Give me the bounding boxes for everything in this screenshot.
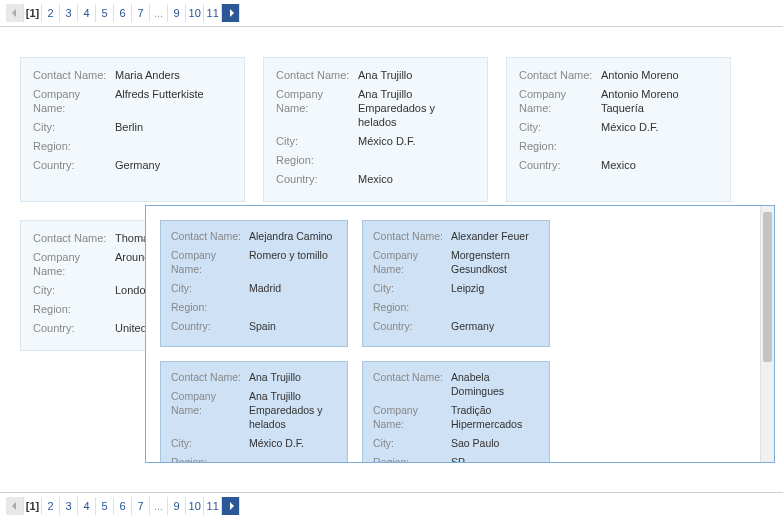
contact-card[interactable]: Contact Name:Ana TrujilloCompany Name:An… xyxy=(160,361,348,462)
contact-value: Maria Anders xyxy=(115,68,180,82)
pager-page-6[interactable]: 6 xyxy=(114,497,132,515)
contact-label: Contact Name: xyxy=(276,68,358,82)
region-value: SP xyxy=(451,455,465,462)
city-value: Leipzig xyxy=(451,281,484,295)
company-label: Company Name: xyxy=(373,403,451,431)
country-value: Germany xyxy=(115,158,160,172)
pager-prev xyxy=(6,4,24,22)
country-label: Country: xyxy=(373,319,451,333)
company-value: Antonio Moreno Taquería xyxy=(601,87,718,115)
pager-page-7[interactable]: 7 xyxy=(132,497,150,515)
pager-page-5[interactable]: 5 xyxy=(96,4,114,22)
company-value: Alfreds Futterkiste xyxy=(115,87,204,115)
contact-value: Antonio Moreno xyxy=(601,68,679,82)
city-label: City: xyxy=(33,283,115,297)
pager-page-11[interactable]: 11 xyxy=(204,4,222,22)
city-label: City: xyxy=(171,436,249,450)
pager-page-1: [1] xyxy=(24,497,42,515)
city-value: Madrid xyxy=(249,281,281,295)
pager-page-5[interactable]: 5 xyxy=(96,497,114,515)
company-label: Company Name: xyxy=(33,250,115,278)
region-label: Region: xyxy=(373,455,451,462)
pager-next-bottom[interactable] xyxy=(222,497,240,515)
city-label: City: xyxy=(373,436,451,450)
city-value: México D.F. xyxy=(601,120,658,134)
pager-top: [1]234567...91011 xyxy=(0,0,783,27)
pager-page-3[interactable]: 3 xyxy=(60,497,78,515)
city-value: México D.F. xyxy=(249,436,304,450)
region-label: Region: xyxy=(373,300,451,314)
region-label: Region: xyxy=(276,153,358,167)
company-label: Company Name: xyxy=(519,87,601,115)
contact-value: Anabela Domingues xyxy=(451,370,539,398)
country-label: Country: xyxy=(519,158,601,172)
country-value: Germany xyxy=(451,319,494,333)
pager-page-9[interactable]: 9 xyxy=(168,4,186,22)
overlay-scrollbar[interactable] xyxy=(760,206,774,462)
city-value: Berlin xyxy=(115,120,143,134)
company-label: Company Name: xyxy=(171,389,249,431)
region-label: Region: xyxy=(171,455,249,462)
contact-card[interactable]: Contact Name:Alejandra CaminoCompany Nam… xyxy=(160,220,348,347)
contact-label: Contact Name: xyxy=(519,68,601,82)
region-label: Region: xyxy=(33,302,115,316)
pager-page-10[interactable]: 10 xyxy=(186,497,204,515)
contact-card[interactable]: Contact Name:Anabela DominguesCompany Na… xyxy=(362,361,550,462)
pager-page-2[interactable]: 2 xyxy=(42,4,60,22)
region-label: Region: xyxy=(33,139,115,153)
pager-page-6[interactable]: 6 xyxy=(114,4,132,22)
overlay-panel: Contact Name:Alejandra CaminoCompany Nam… xyxy=(145,205,775,463)
city-label: City: xyxy=(373,281,451,295)
pager-page-7[interactable]: 7 xyxy=(132,4,150,22)
contact-label: Contact Name: xyxy=(171,370,249,384)
pager-page-2[interactable]: 2 xyxy=(42,497,60,515)
pager-page-10[interactable]: 10 xyxy=(186,4,204,22)
contact-card[interactable]: Contact Name:Alexander FeuerCompany Name… xyxy=(362,220,550,347)
pager-page-1: [1] xyxy=(24,4,42,22)
scrollbar-thumb[interactable] xyxy=(763,212,772,362)
company-label: Company Name: xyxy=(33,87,115,115)
country-value: Mexico xyxy=(358,172,393,186)
contact-label: Contact Name: xyxy=(373,370,451,398)
contact-value: Alexander Feuer xyxy=(451,229,529,243)
contact-label: Contact Name: xyxy=(33,231,115,245)
company-label: Company Name: xyxy=(171,248,249,276)
city-label: City: xyxy=(33,120,115,134)
pager-page-4[interactable]: 4 xyxy=(78,497,96,515)
company-value: Tradição Hipermercados xyxy=(451,403,539,431)
pager-page-9[interactable]: 9 xyxy=(168,497,186,515)
city-label: City: xyxy=(171,281,249,295)
company-label: Company Name: xyxy=(276,87,358,129)
company-value: Romero y tomillo xyxy=(249,248,328,276)
city-value: Sao Paulo xyxy=(451,436,499,450)
contact-value: Ana Trujillo xyxy=(358,68,412,82)
pager-ellipsis: ... xyxy=(150,4,168,22)
region-label: Region: xyxy=(171,300,249,314)
pager-page-11[interactable]: 11 xyxy=(204,497,222,515)
pager-ellipsis: ... xyxy=(150,497,168,515)
pager-next[interactable] xyxy=(222,4,240,22)
pager-bottom: [1]234567...91011 xyxy=(0,492,783,519)
contact-value: Ana Trujillo xyxy=(249,370,301,384)
country-label: Country: xyxy=(276,172,358,186)
company-value: Morgenstern Gesundkost xyxy=(451,248,539,276)
contact-label: Contact Name: xyxy=(33,68,115,82)
contact-label: Contact Name: xyxy=(171,229,249,243)
company-label: Company Name: xyxy=(373,248,451,276)
contact-card[interactable]: Contact Name:Antonio MorenoCompany Name:… xyxy=(506,57,731,202)
region-label: Region: xyxy=(519,139,601,153)
city-label: City: xyxy=(519,120,601,134)
contact-card[interactable]: Contact Name:Ana TrujilloCompany Name:An… xyxy=(263,57,488,202)
pager-prev-bottom xyxy=(6,497,24,515)
contact-label: Contact Name: xyxy=(373,229,451,243)
country-value: Spain xyxy=(249,319,276,333)
contact-card[interactable]: Contact Name:Maria AndersCompany Name:Al… xyxy=(20,57,245,202)
contact-value: Alejandra Camino xyxy=(249,229,332,243)
city-label: City: xyxy=(276,134,358,148)
country-value: Mexico xyxy=(601,158,636,172)
country-label: Country: xyxy=(171,319,249,333)
pager-page-3[interactable]: 3 xyxy=(60,4,78,22)
country-label: Country: xyxy=(33,321,115,335)
pager-page-4[interactable]: 4 xyxy=(78,4,96,22)
country-value: United xyxy=(115,321,147,335)
